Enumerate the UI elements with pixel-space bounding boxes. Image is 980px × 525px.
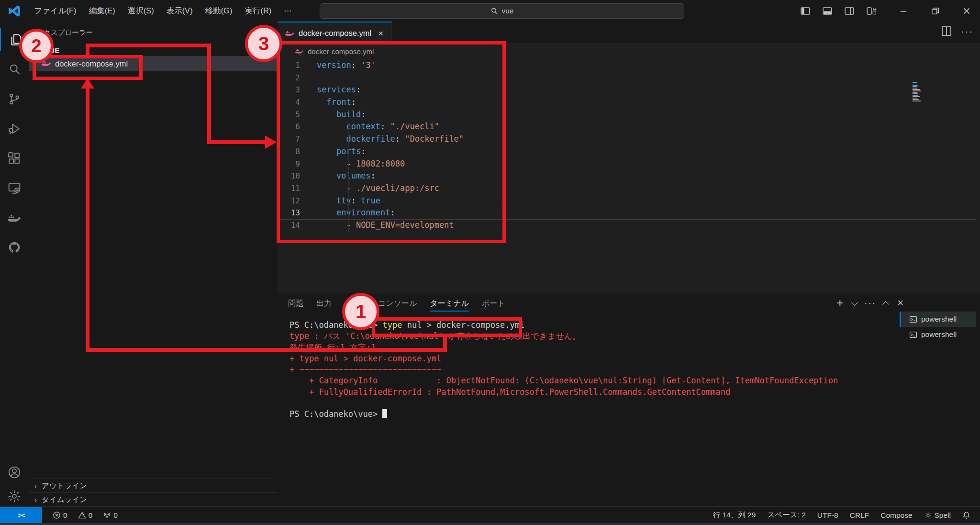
status-item-text: 0 bbox=[113, 511, 118, 520]
status-item-text: UTF-8 bbox=[817, 511, 838, 520]
chevron-right-icon: › bbox=[34, 482, 37, 490]
minimap-line bbox=[913, 89, 920, 90]
docker-icon[interactable] bbox=[0, 206, 29, 229]
chevron-right-icon: › bbox=[34, 496, 37, 504]
annotation-connector bbox=[207, 44, 211, 144]
maximize-panel-icon[interactable] bbox=[884, 298, 889, 308]
panel-tab-問題[interactable]: 問題 bbox=[288, 299, 303, 309]
annotation-connector bbox=[86, 44, 211, 47]
search-value: vue bbox=[502, 7, 514, 15]
new-terminal-icon[interactable]: + bbox=[836, 296, 843, 310]
tab-docker-compose[interactable]: docker-compose.yml × bbox=[278, 22, 392, 44]
remote-indicator[interactable]: >< bbox=[0, 507, 42, 524]
chevron-down-icon[interactable] bbox=[851, 298, 856, 308]
toggle-panel-icon[interactable] bbox=[822, 6, 833, 16]
panel-tab-出力[interactable]: 出力 bbox=[316, 299, 332, 309]
menu-表示(V)[interactable]: 表示(V) bbox=[160, 0, 199, 22]
toggle-sidebar-left-icon[interactable] bbox=[800, 6, 811, 16]
annotation-box-terminal-command bbox=[372, 317, 522, 337]
minimap-line bbox=[913, 90, 921, 91]
search-icon[interactable] bbox=[0, 58, 29, 81]
terminal-instance-label: powershell bbox=[921, 330, 957, 339]
extensions-icon[interactable] bbox=[0, 147, 29, 170]
menu-ファイル(F)[interactable]: ファイル(F) bbox=[28, 0, 83, 22]
taskbar-edge bbox=[0, 523, 980, 525]
run-debug-icon[interactable] bbox=[0, 117, 29, 140]
annotation-arrow-to-file bbox=[81, 78, 94, 89]
github-icon[interactable] bbox=[0, 236, 29, 259]
minimap-line bbox=[913, 88, 917, 89]
terminal-line: PS C:\odaneko\vue> bbox=[290, 409, 838, 420]
vscode-logo-icon bbox=[8, 4, 21, 18]
remote-explorer-icon[interactable] bbox=[0, 177, 29, 200]
menu-bar: ファイル(F)編集(E)選択(S)表示(V)移動(G)実行(R)⋯ bbox=[28, 0, 298, 22]
settings-icon[interactable] bbox=[0, 485, 29, 508]
outline-section[interactable]: › アウトライン bbox=[29, 479, 278, 493]
minimap-line bbox=[913, 85, 918, 86]
status-item-text: Compose bbox=[880, 511, 912, 520]
status-item-スペース: 2[interactable]: スペース: 2 bbox=[767, 510, 805, 520]
terminal-instance-powershell[interactable]: powershell bbox=[900, 327, 976, 342]
terminal-instance-list: powershellpowershell bbox=[900, 312, 976, 342]
status-item-text: Spell bbox=[935, 511, 951, 520]
status-item-UTF-8[interactable]: UTF-8 bbox=[817, 511, 838, 520]
status-item-0[interactable]: 0 bbox=[78, 511, 93, 520]
menu-編集(E)[interactable]: 編集(E) bbox=[83, 0, 122, 22]
split-editor-icon[interactable] bbox=[941, 25, 952, 37]
docker-compose-file-icon bbox=[285, 30, 295, 37]
panel-tab-ポート[interactable]: ポート bbox=[482, 299, 505, 309]
terminal-cursor bbox=[382, 409, 387, 418]
menu-移動(G)[interactable]: 移動(G) bbox=[199, 0, 239, 22]
status-item-bell-icon[interactable] bbox=[962, 511, 970, 519]
toggle-sidebar-right-icon[interactable] bbox=[844, 6, 855, 16]
status-item-text: CRLF bbox=[850, 511, 869, 520]
restore-button[interactable] bbox=[930, 6, 940, 16]
annotation-step-1: 1 bbox=[342, 293, 379, 330]
status-item-Compose[interactable]: Compose bbox=[880, 511, 912, 520]
menu-実行(R)[interactable]: 実行(R) bbox=[238, 0, 278, 22]
status-item-0[interactable]: 0 bbox=[103, 511, 118, 520]
close-button[interactable] bbox=[962, 6, 971, 16]
minimap-line bbox=[913, 96, 920, 97]
status-bar: >< 000 行 14、列 29スペース: 2UTF-8CRLFComposeS… bbox=[0, 506, 980, 524]
status-item-CRLF[interactable]: CRLF bbox=[850, 511, 869, 520]
minimap-line bbox=[913, 99, 919, 100]
status-item-Spell[interactable]: Spell bbox=[924, 511, 951, 520]
more-actions-icon[interactable]: ··· bbox=[864, 298, 876, 308]
editor-tab-bar: docker-compose.yml × ··· bbox=[278, 22, 980, 43]
status-item-text: 行 14、列 29 bbox=[713, 510, 756, 520]
tab-label: docker-compose.yml bbox=[299, 29, 371, 38]
error-icon bbox=[53, 511, 61, 519]
broadcast-icon bbox=[103, 511, 111, 519]
status-item-text: 0 bbox=[63, 511, 67, 520]
minimap-line bbox=[913, 82, 917, 83]
minimap-line bbox=[913, 95, 918, 96]
command-center-search[interactable]: vue bbox=[320, 3, 684, 19]
minimap[interactable] bbox=[913, 82, 931, 103]
outline-label: アウトライン bbox=[42, 481, 87, 491]
terminal-line: + FullyQualifiedErrorId : PathNotFound,M… bbox=[290, 387, 838, 398]
annotation-step-2: 2 bbox=[19, 29, 54, 63]
menu-選択(S)[interactable]: 選択(S) bbox=[122, 0, 160, 22]
warning-icon bbox=[78, 511, 86, 519]
status-item-0[interactable]: 0 bbox=[53, 511, 67, 520]
annotation-step-3: 3 bbox=[245, 25, 282, 62]
vscode-window: ファイル(F)編集(E)選択(S)表示(V)移動(G)実行(R)⋯ ← → vu… bbox=[0, 0, 980, 525]
customize-layout-icon[interactable] bbox=[866, 6, 877, 16]
timeline-section[interactable]: › タイムライン bbox=[29, 492, 278, 507]
source-control-icon[interactable] bbox=[0, 88, 29, 111]
account-icon[interactable] bbox=[0, 461, 29, 484]
close-panel-icon[interactable]: × bbox=[897, 297, 903, 309]
title-bar: ファイル(F)編集(E)選択(S)表示(V)移動(G)実行(R)⋯ ← → vu… bbox=[0, 0, 980, 22]
annotation-connector bbox=[86, 88, 89, 350]
terminal-line: + CategoryInfo : ObjectNotFound: (C:\oda… bbox=[290, 375, 838, 386]
menu-⋯[interactable]: ⋯ bbox=[278, 0, 298, 22]
status-item-行 14、列 29[interactable]: 行 14、列 29 bbox=[713, 510, 756, 520]
terminal-instance-powershell[interactable]: powershell bbox=[900, 312, 976, 327]
minimap-line bbox=[913, 93, 918, 94]
more-actions-icon[interactable]: ··· bbox=[961, 26, 973, 37]
minimize-button[interactable] bbox=[899, 6, 908, 16]
panel-tab-bar: 問題出力デバッグ コンソールターミナルポート bbox=[288, 293, 505, 314]
panel-tab-ターミナル[interactable]: ターミナル bbox=[430, 299, 469, 312]
tab-close-icon[interactable]: × bbox=[378, 28, 383, 39]
